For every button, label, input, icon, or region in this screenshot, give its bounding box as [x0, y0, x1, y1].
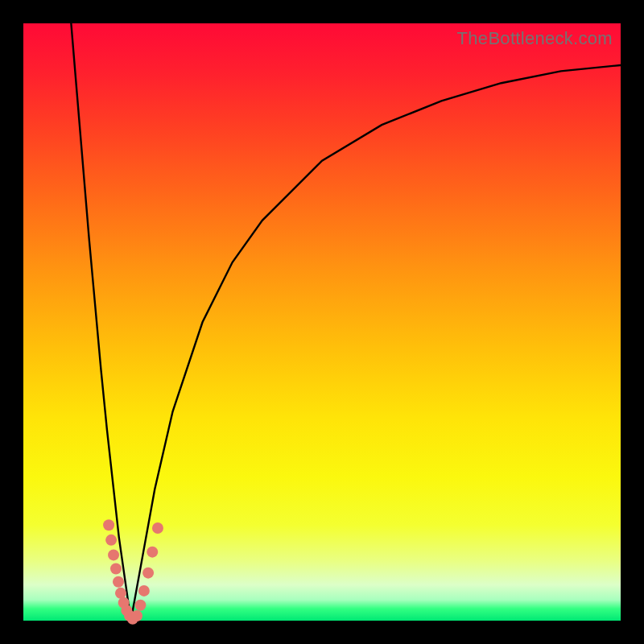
curve-right-branch	[131, 65, 621, 621]
marker-dot	[152, 522, 163, 534]
chart-frame: TheBottleneck.com	[0, 0, 644, 644]
marker-dot	[131, 610, 142, 621]
marker-dot	[110, 563, 122, 574]
marker-dot	[108, 549, 119, 560]
curve-layer	[23, 23, 621, 621]
marker-dot	[138, 585, 150, 597]
marker-dot	[113, 576, 124, 588]
marker-dot	[147, 547, 158, 558]
marker-dot	[103, 519, 114, 530]
marker-dot	[115, 588, 126, 599]
marker-dot	[142, 568, 154, 579]
marker-dot	[134, 600, 146, 611]
plot-area: TheBottleneck.com	[23, 23, 621, 621]
curve-left-branch	[71, 23, 130, 621]
marker-dot	[105, 535, 117, 546]
